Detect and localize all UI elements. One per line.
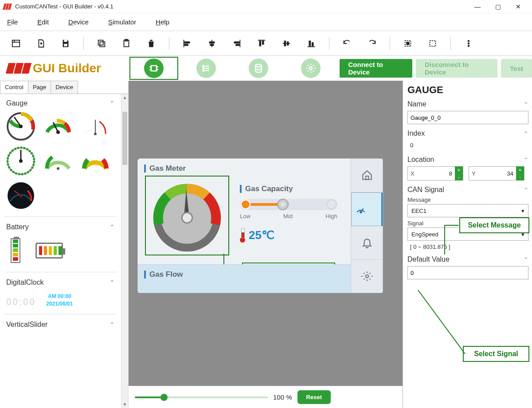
spin-up-button[interactable]: +	[516, 166, 524, 173]
prop-default-header[interactable]: Default Value ⌃	[407, 255, 528, 263]
zoom-slider[interactable]	[135, 396, 268, 398]
prop-cansignal-header[interactable]: CAN Signal ⌃	[407, 186, 528, 194]
connect-bar: Connect to Device Disconnect to Device T…	[340, 59, 532, 78]
scroll-up-icon[interactable]: ▲	[121, 94, 128, 101]
toolbar-align-left[interactable]	[176, 35, 198, 52]
gauge-thumb-4[interactable]	[6, 146, 35, 176]
prop-index-header[interactable]: Index ⌃	[407, 129, 528, 137]
device-nav-alert[interactable]	[351, 226, 383, 260]
toolbar-align-vcenter[interactable]	[276, 35, 297, 52]
test-button[interactable]: Test	[501, 59, 532, 78]
battery-thumb-horizontal[interactable]	[35, 243, 63, 259]
device-nav-gauge[interactable]	[351, 192, 383, 227]
zoom-knob[interactable]	[160, 394, 168, 401]
scroll-down-icon[interactable]: ▼	[121, 401, 128, 408]
prop-cansignal-label: CAN Signal	[407, 186, 444, 194]
svg-rect-5	[64, 39, 67, 42]
prop-message-select[interactable]: EEC1 ▾	[407, 204, 528, 217]
mode-design-button[interactable]	[129, 57, 178, 80]
slider-knob-high[interactable]	[327, 200, 336, 209]
device-nav-home[interactable]	[351, 159, 383, 192]
gauge-thumb-3[interactable]	[81, 112, 110, 141]
mode-list-button[interactable]	[182, 57, 231, 80]
design-canvas[interactable]: Gas Meter	[129, 81, 403, 408]
sidebar-section-digitalclock-header[interactable]: DigitalClock ⌃	[6, 279, 115, 286]
window-maximize-button[interactable]: ▢	[488, 0, 508, 13]
spin-down-button[interactable]: -	[516, 173, 524, 180]
battery-thumb-vertical[interactable]	[11, 238, 20, 263]
prop-location-x-spinner: + -	[455, 166, 463, 180]
prop-name-input[interactable]	[407, 111, 528, 124]
scrollbar-thumb[interactable]	[122, 112, 127, 165]
window-minimize-button[interactable]: —	[467, 0, 488, 13]
main-area: Control Page Device Gauge ⌃	[0, 81, 532, 408]
toolbar-separator	[83, 37, 84, 50]
sidebar-section-vslider-header[interactable]: VerticalSlider ⌃	[6, 321, 115, 329]
toolbar-delete[interactable]	[141, 35, 162, 52]
sidebar-section-gauge-header[interactable]: Gauge ⌃	[6, 99, 115, 107]
mode-settings-button[interactable]	[286, 57, 335, 80]
digitalclock-thumb-2[interactable]: AM 00:00 2021/06/01	[46, 293, 73, 308]
window-close-button[interactable]: ✕	[508, 0, 528, 13]
tab-page[interactable]: Page	[28, 81, 51, 94]
prop-location-header[interactable]: Location ⌃	[407, 156, 528, 164]
gauge-thumb-2[interactable]	[43, 112, 73, 141]
toolbar-select-dashed[interactable]	[422, 35, 443, 52]
zoom-value: 100 %	[273, 393, 292, 401]
digitalclock-thumb-1[interactable]: 00:00	[6, 296, 35, 308]
prop-location-y-value: 34	[478, 170, 516, 177]
menu-help[interactable]: HelpHelp	[156, 18, 169, 26]
menu-device[interactable]: DeviceDevice	[68, 18, 89, 26]
toolbar-align-top[interactable]	[251, 35, 272, 52]
toolbar-redo[interactable]	[361, 35, 383, 52]
prop-location-y[interactable]: Y 34 + -	[469, 166, 524, 180]
menu-simulator[interactable]: SimulatorSimulator	[108, 18, 136, 26]
sidebar-scrollbar[interactable]: ▲ ▼	[121, 94, 128, 408]
tab-device[interactable]: Device	[51, 81, 78, 94]
slider-label-mid: Mid	[283, 213, 293, 220]
sidebar-section-battery-header[interactable]: Battery ⌃	[6, 223, 115, 231]
disconnect-button[interactable]: Disconnect to Device	[416, 59, 497, 78]
gauge-thumb-1[interactable]	[6, 112, 35, 141]
zoom-bar: 100 % Reset	[129, 386, 403, 408]
toolbar-select-rect[interactable]	[397, 35, 419, 52]
svg-point-71	[365, 275, 368, 278]
toolbar-save[interactable]	[55, 35, 76, 52]
capacity-slider[interactable]	[240, 199, 337, 210]
tab-control[interactable]: Control	[0, 81, 28, 94]
svg-rect-6	[64, 43, 67, 46]
prop-location-label: Location	[407, 156, 434, 164]
sidebar-section-digitalclock-label: DigitalClock	[6, 279, 43, 286]
toolbar-undo[interactable]	[336, 35, 358, 52]
gauge-thumb-6[interactable]	[81, 146, 110, 176]
menu-edit[interactable]: EditEdit	[37, 18, 49, 26]
prop-name: Name ⌃	[407, 100, 528, 124]
toolbar-paste[interactable]	[116, 35, 137, 52]
toolbar-file-new[interactable]	[30, 35, 51, 52]
zoom-reset-button[interactable]: Reset	[297, 390, 331, 404]
spin-down-button[interactable]: -	[455, 173, 463, 180]
toolbar-align-bottom[interactable]	[301, 35, 322, 52]
toolbar-align-hcenter[interactable]	[201, 35, 223, 52]
prop-location-x[interactable]: X 8 + -	[407, 166, 463, 180]
slider-knob-mid[interactable]	[277, 199, 289, 210]
toolbar-copy[interactable]	[91, 35, 112, 52]
prop-location-y-spinner: + -	[516, 166, 524, 180]
connect-button[interactable]: Connect to Device	[340, 59, 412, 78]
spin-up-button[interactable]: +	[455, 166, 463, 173]
toolbar-more[interactable]	[458, 35, 479, 52]
slider-knob-low[interactable]	[241, 200, 250, 209]
canvas-gauge-object[interactable]	[145, 176, 229, 255]
prop-name-header[interactable]: Name ⌃	[407, 100, 528, 108]
menu-file[interactable]: FFileile	[7, 18, 18, 26]
prop-default: Default Value ⌃	[407, 255, 528, 279]
svg-rect-28	[309, 41, 310, 46]
toolbar-panel-grid[interactable]	[5, 35, 27, 52]
gauge-thumb-5[interactable]	[43, 146, 73, 176]
mode-data-button[interactable]	[234, 57, 283, 80]
toolbar-align-right[interactable]	[226, 35, 247, 52]
prop-default-input[interactable]	[407, 266, 528, 279]
device-nav-settings[interactable]	[351, 260, 383, 293]
thermometer-icon	[240, 228, 245, 243]
gauge-thumb-7[interactable]	[6, 181, 35, 210]
